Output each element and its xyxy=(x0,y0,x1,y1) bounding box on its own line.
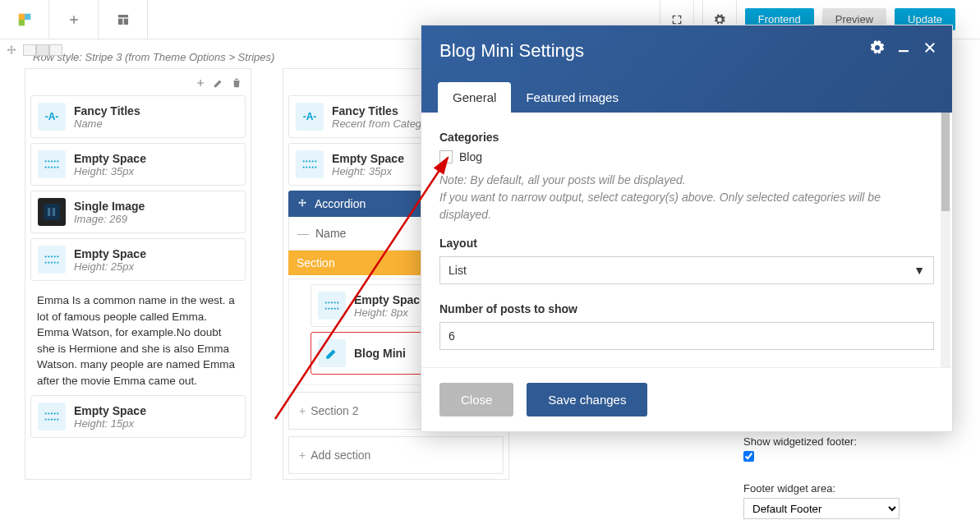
column-1: -A- Fancy Titles Name Empty Space Height… xyxy=(25,68,251,480)
svg-rect-6 xyxy=(48,208,50,216)
vc-logo-button[interactable] xyxy=(0,0,49,39)
element-body: Fancy Titles Name xyxy=(74,104,140,130)
category-blog-row[interactable]: Blog xyxy=(439,150,934,163)
single-image-thumb xyxy=(38,198,66,226)
modal-tabs: General Featured images xyxy=(438,82,633,113)
svg-rect-20 xyxy=(899,50,909,52)
pencil-icon xyxy=(324,346,339,361)
empty-space-icon xyxy=(38,246,66,274)
posts-count-label: Number of posts to show xyxy=(439,302,934,315)
modal-scrollbar[interactable] xyxy=(941,113,950,367)
pencil-icon xyxy=(213,77,224,89)
layout-value: List xyxy=(449,264,467,277)
svg-rect-5 xyxy=(44,204,60,220)
element-subtitle: Height: 35px xyxy=(74,165,146,177)
element-single-image[interactable]: Single Image Image: 269 xyxy=(30,191,246,233)
footer-widget-area-select[interactable]: Default Footer xyxy=(743,498,899,519)
modal-header[interactable]: Blog Mini Settings General Featured imag… xyxy=(421,25,952,113)
section-2-label: Section 2 xyxy=(311,404,358,417)
row-move-handle[interactable] xyxy=(5,44,18,60)
modal-header-actions xyxy=(870,40,937,58)
element-body: Single Image Image: 269 xyxy=(74,200,145,225)
element-title: Empty Space xyxy=(74,152,146,165)
modal-title: Blog Mini Settings xyxy=(439,40,934,62)
layout-select[interactable]: List ▼ xyxy=(439,256,934,284)
element-body: Fancy Titles Recent from Categor xyxy=(332,104,431,130)
element-body: Empty Space Height: 25px xyxy=(74,247,146,273)
element-text-block[interactable]: Emma Is a common name in the west. a lot… xyxy=(30,286,246,395)
gear-icon xyxy=(870,40,885,55)
category-blog-label: Blog xyxy=(459,150,482,163)
element-body: Empty Space Height: 35px xyxy=(74,152,146,177)
save-changes-button[interactable]: Save changes xyxy=(527,383,647,416)
add-element-button[interactable] xyxy=(49,0,99,39)
move-icon xyxy=(5,44,18,58)
posts-count-input[interactable]: 6 xyxy=(439,322,934,350)
accordion-label: Accordion xyxy=(315,197,366,210)
empty-space-icon xyxy=(38,150,66,178)
blog-mini-icon xyxy=(318,339,346,367)
layout-label: Layout xyxy=(439,237,934,250)
empty-space-icon xyxy=(296,150,324,178)
show-widgetized-footer-label: Show widgetized footer: xyxy=(743,435,957,448)
tab-general[interactable]: General xyxy=(438,82,511,113)
posts-count-value: 6 xyxy=(449,329,455,343)
col-edit-button[interactable] xyxy=(211,76,226,90)
column-tools xyxy=(30,74,246,95)
element-subtitle: Image: 269 xyxy=(74,213,145,225)
element-title: Single Image xyxy=(74,200,145,213)
close-button[interactable]: Close xyxy=(439,383,513,416)
footer-widget-area-label: Footer widget area: xyxy=(743,482,957,495)
accordion-name-label: Name xyxy=(315,227,346,240)
fancy-titles-icon: -A- xyxy=(296,103,324,131)
toolbar-left xyxy=(0,0,148,39)
settings-modal: Blog Mini Settings General Featured imag… xyxy=(421,25,953,432)
modal-body: Categories Blog Note: By default, all yo… xyxy=(421,113,952,367)
element-title: Empty Space xyxy=(74,247,146,260)
col-delete-button[interactable] xyxy=(229,76,244,90)
element-subtitle: Recent from Categor xyxy=(332,117,431,130)
show-widgetized-footer-checkbox[interactable] xyxy=(743,451,754,462)
element-fancy-titles[interactable]: -A- Fancy Titles Name xyxy=(30,95,246,138)
vc-logo-icon xyxy=(16,11,34,29)
modal-footer: Close Save changes xyxy=(421,367,952,431)
element-title: Empty Space xyxy=(74,404,146,417)
close-icon xyxy=(922,40,937,55)
element-body: Empty Space Height: 35px xyxy=(332,152,404,177)
modal-minimize-button[interactable] xyxy=(896,40,911,58)
element-title: Fancy Titles xyxy=(332,104,431,117)
col-add-button[interactable] xyxy=(193,76,208,90)
element-empty-space[interactable]: Empty Space Height: 25px xyxy=(30,238,246,281)
column-layout-toggle[interactable] xyxy=(23,44,62,56)
tab-featured-images[interactable]: Featured images xyxy=(511,82,633,113)
chevron-down-icon: ▼ xyxy=(913,264,925,277)
element-body: Empty Space Height: 8px xyxy=(354,293,426,319)
svg-rect-7 xyxy=(53,208,55,216)
svg-rect-2 xyxy=(123,18,127,24)
layout-icon xyxy=(117,13,130,26)
modal-close-button[interactable] xyxy=(922,40,937,58)
element-empty-space[interactable]: Empty Space Height: 15px xyxy=(30,395,246,438)
element-title: Fancy Titles xyxy=(74,104,140,117)
templates-button[interactable] xyxy=(99,0,148,39)
element-title: Empty Space xyxy=(332,152,404,165)
element-title: Empty Space xyxy=(354,293,426,306)
scrollbar-thumb[interactable] xyxy=(941,113,950,211)
element-empty-space[interactable]: Empty Space Height: 35px xyxy=(30,143,246,186)
minimize-icon xyxy=(896,40,911,55)
modal-settings-button[interactable] xyxy=(870,40,885,58)
element-subtitle: Name xyxy=(74,117,140,130)
category-blog-checkbox[interactable] xyxy=(439,150,453,163)
move-icon xyxy=(297,198,308,209)
add-section-row[interactable]: +Add section xyxy=(288,436,504,474)
note-line-1: Note: By default, all your posts will be… xyxy=(439,173,686,186)
add-section-label: Add section xyxy=(311,449,370,462)
trash-icon xyxy=(231,77,242,89)
element-body: Blog Mini xyxy=(354,347,406,360)
empty-space-icon xyxy=(318,292,346,320)
svg-rect-0 xyxy=(118,15,128,17)
section-label: Section xyxy=(297,256,335,269)
fancy-titles-icon: -A- xyxy=(38,103,66,131)
element-subtitle: Height: 8px xyxy=(354,306,426,319)
element-subtitle: Height: 15px xyxy=(74,417,146,430)
